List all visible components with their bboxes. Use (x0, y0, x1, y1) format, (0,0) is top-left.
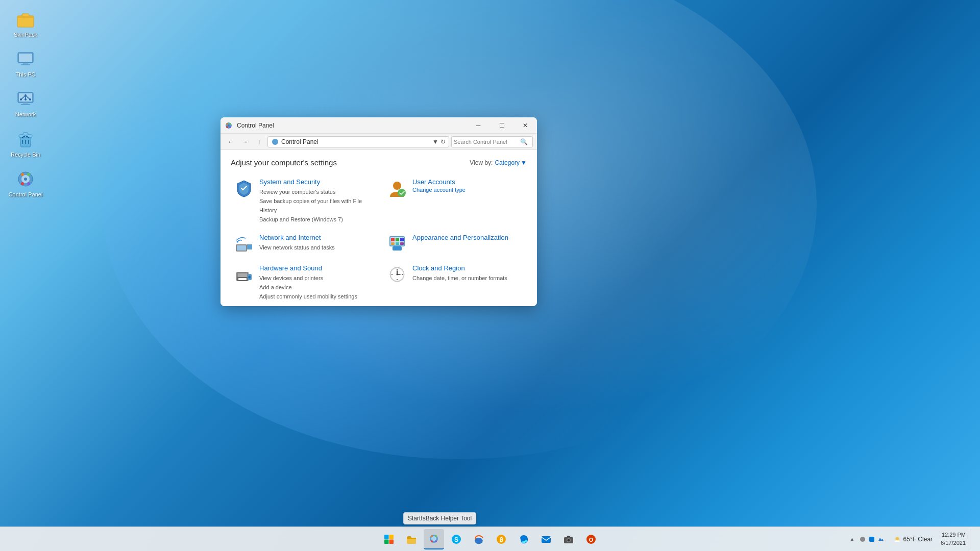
up-button[interactable]: ↑ (253, 136, 265, 148)
minimize-button[interactable]: ─ (467, 117, 490, 134)
svg-rect-89 (542, 536, 551, 543)
thispc-label: This PC (15, 71, 35, 78)
category-user-accounts[interactable]: User Accounts Change account type (384, 175, 527, 227)
office-icon: O (585, 534, 597, 545)
windows-logo-icon (384, 534, 394, 544)
svg-rect-74 (389, 535, 394, 539)
svg-rect-41 (391, 242, 395, 245)
appearance-text: Appearance and Personalization (412, 234, 524, 242)
back-button[interactable]: ← (225, 136, 237, 148)
content-title: Adjust your computer's settings (231, 158, 337, 167)
svg-point-27 (226, 126, 228, 128)
control-panel-window: Control Panel ─ ☐ ✕ ← → ↑ Control Panel … (220, 117, 537, 306)
mail-button[interactable] (536, 529, 556, 549)
maximize-button[interactable]: ☐ (490, 117, 513, 134)
address-bar[interactable]: Control Panel ▼ ↻ (267, 136, 449, 147)
category-system-security[interactable]: System and Security Review your computer… (231, 175, 374, 227)
taskbar-tooltip: StartIsBack Helper Tool (403, 512, 476, 524)
search-input[interactable] (454, 139, 520, 145)
svg-point-81 (431, 535, 433, 537)
svg-point-19 (21, 173, 24, 176)
clock-region-title[interactable]: Clock and Region (412, 264, 524, 272)
window-controls: ─ ☐ ✕ (467, 117, 537, 134)
network-label: Network (15, 111, 36, 118)
user-accounts-link[interactable]: Change account type (412, 187, 524, 193)
control-panel-taskbar-button[interactable] (424, 529, 444, 549)
svg-point-21 (21, 182, 24, 185)
view-dropdown[interactable]: Category ▼ (495, 159, 527, 166)
svg-point-92 (568, 539, 570, 541)
desktop-icons: SkinPack This PC (5, 5, 46, 202)
svg-point-26 (229, 123, 231, 125)
svg-rect-38 (391, 238, 395, 241)
file-explorer-button[interactable] (401, 529, 422, 549)
hardware-sound-desc: View devices and printersAdd a deviceAdj… (259, 275, 357, 299)
start-button[interactable] (379, 529, 399, 549)
titlebar: Control Panel ─ ☐ ✕ (220, 117, 537, 134)
svg-point-83 (431, 540, 433, 542)
svg-point-31 (393, 182, 401, 190)
desktop-icon-controlpanel[interactable]: Control Panel (5, 165, 46, 202)
skinpack-icon (15, 9, 36, 30)
svg-rect-75 (384, 539, 389, 544)
user-accounts-title[interactable]: User Accounts (412, 178, 524, 186)
skype-button[interactable]: S (446, 529, 467, 549)
edge-chromium-button[interactable] (469, 529, 489, 549)
time-display: 12:29 PM (942, 531, 966, 539)
refresh-button[interactable]: ↻ (440, 138, 446, 145)
forward-button[interactable]: → (239, 136, 251, 148)
svg-point-22 (27, 182, 30, 185)
hardware-sound-icon (234, 264, 254, 285)
taskbar-center: S ₿ (379, 529, 601, 549)
network-icon-desktop (15, 89, 36, 109)
window-title: Control Panel (237, 122, 274, 129)
system-security-title[interactable]: System and Security (259, 178, 371, 186)
systray-arrow[interactable]: ▲ (847, 529, 857, 549)
svg-point-20 (27, 173, 30, 176)
hardware-sound-title[interactable]: Hardware and Sound (259, 264, 371, 272)
systray-icon-3[interactable] (877, 535, 885, 543)
appearance-title[interactable]: Appearance and Personalization (412, 234, 524, 241)
network-internet-title[interactable]: Network and Internet (259, 234, 371, 241)
clock-area[interactable]: 12:29 PM 6/17/2021 (941, 531, 966, 547)
weather-widget[interactable]: 65°F Clear (893, 535, 933, 543)
network-internet-icon (234, 234, 254, 254)
desktop-icon-network[interactable]: Network (5, 85, 46, 122)
camera-button[interactable] (558, 529, 579, 549)
systray-icon-2[interactable] (868, 535, 876, 543)
view-by-label: View by: (470, 159, 493, 166)
svg-point-51 (249, 277, 251, 278)
dropdown-arrow-icon: ▼ (521, 159, 527, 166)
user-accounts-icon (387, 178, 407, 198)
svg-rect-34 (237, 245, 246, 251)
svg-point-98 (896, 537, 899, 540)
nav-bar: ← → ↑ Control Panel ▼ ↻ 🔍 (220, 134, 537, 150)
desktop-icon-skinpack[interactable]: SkinPack (5, 5, 46, 42)
desktop-icon-thispc[interactable]: This PC (5, 45, 46, 82)
tooltip-text: StartIsBack Helper Tool (408, 515, 472, 522)
svg-point-12 (24, 94, 27, 96)
svg-rect-40 (400, 238, 404, 241)
svg-rect-16 (23, 133, 28, 135)
desktop-icon-recycle[interactable]: Recycle Bin (5, 125, 46, 162)
systray: ▲ (847, 529, 885, 549)
show-desktop-button[interactable] (970, 529, 974, 549)
category-network-internet[interactable]: Network and Internet View network status… (231, 231, 374, 257)
edge-button[interactable] (513, 529, 534, 549)
address-dropdown[interactable]: ▼ (432, 138, 438, 145)
address-icon (271, 138, 279, 146)
close-button[interactable]: ✕ (513, 117, 537, 134)
category-appearance[interactable]: Appearance and Personalization (384, 231, 527, 257)
category-clock-region[interactable]: Clock and Region Change date, time, or n… (384, 261, 527, 304)
control-panel-taskbar-icon (429, 534, 439, 544)
date-display: 6/17/2021 (941, 539, 966, 547)
categories-grid: System and Security Review your computer… (231, 175, 527, 306)
office-button[interactable]: O (581, 529, 601, 549)
mail-icon (541, 534, 552, 545)
search-box[interactable]: 🔍 (451, 136, 533, 147)
search-icon: 🔍 (520, 138, 528, 145)
systray-icon-1[interactable] (859, 535, 867, 543)
category-hardware-sound[interactable]: Hardware and Sound View devices and prin… (231, 261, 374, 304)
coin-button[interactable]: ₿ (491, 529, 511, 549)
skype-icon: S (451, 534, 462, 545)
